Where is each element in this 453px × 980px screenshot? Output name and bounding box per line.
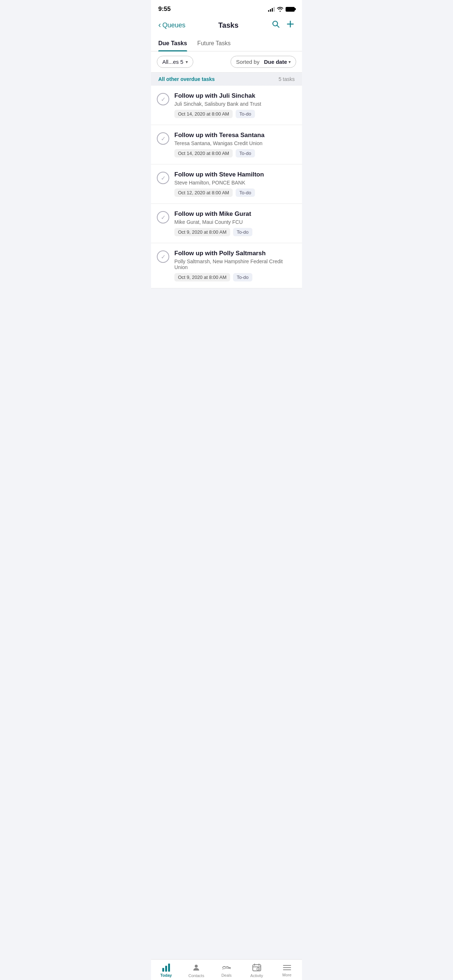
back-button[interactable]: ‹ Queues	[158, 21, 185, 29]
task-checkbox-4[interactable]: ✓	[157, 250, 169, 263]
svg-line-1	[277, 25, 279, 28]
sort-prefix: Sorted by	[236, 59, 259, 65]
check-icon: ✓	[161, 253, 166, 260]
task-subtitle-4: Polly Saltmarsh, New Hampshire Federal C…	[174, 258, 296, 270]
status-time: 9:55	[158, 5, 171, 13]
table-row[interactable]: ✓ Follow up with Juli Sinchak Juli Sinch…	[151, 86, 302, 125]
task-meta-2: Oct 12, 2020 at 8:00 AM To-do	[174, 188, 296, 197]
task-subtitle-1: Teresa Santana, Wanigas Credit Union	[174, 140, 296, 146]
section-header: All other overdue tasks 5 tasks	[151, 73, 302, 86]
task-title-4: Follow up with Polly Saltmarsh	[174, 250, 296, 257]
task-title-0: Follow up with Juli Sinchak	[174, 92, 296, 100]
status-icons	[268, 6, 295, 12]
header: ‹ Queues Tasks	[151, 16, 302, 36]
battery-icon	[286, 7, 295, 12]
task-content-2: Follow up with Steve Hamilton Steve Hami…	[174, 171, 296, 197]
task-type-1: To-do	[236, 149, 255, 158]
task-date-1: Oct 14, 2020 at 8:00 AM	[174, 149, 233, 158]
tab-due-tasks[interactable]: Due Tasks	[158, 36, 187, 51]
table-row[interactable]: ✓ Follow up with Mike Gurat Mike Gurat, …	[151, 204, 302, 243]
task-date-4: Oct 9, 2020 at 8:00 AM	[174, 273, 230, 282]
search-icon[interactable]	[271, 20, 280, 30]
check-icon: ✓	[161, 175, 166, 181]
task-checkbox-2[interactable]: ✓	[157, 172, 169, 184]
task-type-4: To-do	[233, 273, 252, 282]
task-meta-1: Oct 14, 2020 at 8:00 AM To-do	[174, 149, 296, 158]
table-row[interactable]: ✓ Follow up with Steve Hamilton Steve Ha…	[151, 164, 302, 204]
filter-bar: All...es 5 ▾ Sorted by Due date ▾	[151, 51, 302, 73]
task-checkbox-1[interactable]: ✓	[157, 132, 169, 145]
task-checkbox-3[interactable]: ✓	[157, 211, 169, 223]
task-content-0: Follow up with Juli Sinchak Juli Sinchak…	[174, 92, 296, 118]
filter-label: All...es 5	[162, 59, 183, 65]
task-meta-0: Oct 14, 2020 at 8:00 AM To-do	[174, 110, 296, 118]
task-date-0: Oct 14, 2020 at 8:00 AM	[174, 110, 233, 118]
task-title-1: Follow up with Teresa Santana	[174, 132, 296, 139]
wifi-icon	[277, 6, 283, 12]
task-checkbox-0[interactable]: ✓	[157, 93, 169, 105]
task-type-3: To-do	[233, 228, 252, 236]
task-content-1: Follow up with Teresa Santana Teresa San…	[174, 132, 296, 158]
task-list: ✓ Follow up with Juli Sinchak Juli Sinch…	[151, 86, 302, 288]
table-row[interactable]: ✓ Follow up with Teresa Santana Teresa S…	[151, 125, 302, 164]
add-icon[interactable]	[286, 20, 295, 30]
check-icon: ✓	[161, 135, 166, 142]
back-chevron-icon: ‹	[158, 21, 161, 29]
task-date-2: Oct 12, 2020 at 8:00 AM	[174, 188, 233, 197]
task-content-4: Follow up with Polly Saltmarsh Polly Sal…	[174, 250, 296, 282]
section-count: 5 tasks	[279, 76, 295, 82]
empty-area	[151, 288, 302, 398]
task-content-3: Follow up with Mike Gurat Mike Gurat, Ma…	[174, 210, 296, 236]
sort-value: Due date	[264, 59, 287, 65]
tabs: Due Tasks Future Tasks	[151, 36, 302, 51]
filter-dropdown[interactable]: All...es 5 ▾	[157, 56, 193, 68]
back-label: Queues	[162, 22, 185, 29]
tab-future-tasks[interactable]: Future Tasks	[197, 36, 231, 51]
check-icon: ✓	[161, 96, 166, 103]
task-date-3: Oct 9, 2020 at 8:00 AM	[174, 228, 230, 236]
task-meta-4: Oct 9, 2020 at 8:00 AM To-do	[174, 273, 296, 282]
task-type-2: To-do	[236, 188, 255, 197]
page-title: Tasks	[219, 21, 239, 30]
task-subtitle-2: Steve Hamilton, PONCE BANK	[174, 180, 296, 186]
task-type-0: To-do	[236, 110, 255, 118]
section-title: All other overdue tasks	[158, 76, 215, 82]
task-title-2: Follow up with Steve Hamilton	[174, 171, 296, 178]
sort-chevron-icon: ▾	[289, 59, 291, 65]
check-icon: ✓	[161, 214, 166, 221]
header-actions	[271, 20, 295, 30]
sort-dropdown[interactable]: Sorted by Due date ▾	[231, 56, 296, 68]
filter-chevron-icon: ▾	[186, 59, 188, 65]
task-meta-3: Oct 9, 2020 at 8:00 AM To-do	[174, 228, 296, 236]
task-title-3: Follow up with Mike Gurat	[174, 210, 296, 218]
signal-icon	[268, 6, 274, 12]
task-subtitle-3: Mike Gurat, Maui County FCU	[174, 219, 296, 225]
task-subtitle-0: Juli Sinchak, Salisbury Bank and Trust	[174, 101, 296, 107]
status-bar: 9:55	[151, 0, 302, 16]
table-row[interactable]: ✓ Follow up with Polly Saltmarsh Polly S…	[151, 243, 302, 288]
